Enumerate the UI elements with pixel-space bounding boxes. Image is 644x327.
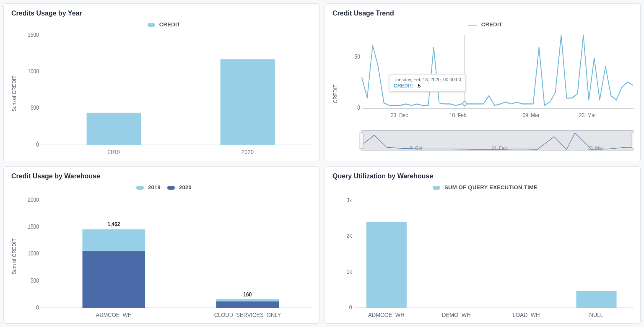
- bar-total-label: 160: [243, 291, 252, 298]
- range-handle-left[interactable]: [359, 133, 364, 148]
- legend-label-2020: 2020: [179, 184, 192, 191]
- legend[interactable]: 2019 2020: [10, 183, 312, 193]
- x-cat: LOAD_WH: [513, 311, 540, 318]
- chart-query-utilization[interactable]: SUM OF QUERY EXECUTION TIME 0 1k 2k 3k: [332, 183, 634, 320]
- x-tick: 10. Feb: [449, 112, 467, 118]
- legend[interactable]: CREDIT: [332, 20, 634, 30]
- chart-credits-by-year[interactable]: CREDIT Sum of CREDIT 0 500 1000 1500: [10, 20, 312, 157]
- chart-credit-by-warehouse[interactable]: 2019 2020 Sum of CREDIT 0 500 1000 1500 …: [10, 183, 312, 320]
- bar-2020[interactable]: [221, 59, 275, 145]
- bar-cloud-2020[interactable]: [216, 301, 279, 307]
- y-tick: 1500: [28, 31, 39, 38]
- y-tick: 2k: [347, 232, 352, 239]
- y-tick: 0: [349, 304, 352, 310]
- hover-point-marker: [463, 101, 466, 105]
- y-axis-label: Sum of CREDIT: [10, 30, 18, 157]
- y-tick: 2000: [28, 196, 39, 203]
- panel-title: Query Utilization by Warehouse: [332, 173, 634, 180]
- legend-label-credit: CREDIT: [159, 21, 180, 28]
- x-tick: 09. Mar: [522, 112, 540, 118]
- panel-credit-usage-trend: Credit Usage Trend CREDIT CREDIT 0 50: [325, 3, 641, 161]
- range-handle-right[interactable]: [632, 133, 634, 148]
- y-tick: 0: [36, 304, 39, 310]
- legend-swatch-2019: [136, 186, 144, 190]
- y-axis-label: Sum of CREDIT: [10, 193, 18, 320]
- range-tick: 23. Mar: [587, 145, 603, 151]
- chart-credit-trend[interactable]: CREDIT CREDIT 0 50 23. Dec: [332, 20, 634, 157]
- x-tick: 23. Dec: [391, 112, 408, 118]
- range-tick: 24. Feb: [491, 145, 507, 151]
- y-tick: 500: [31, 277, 39, 283]
- y-tick: 1k: [347, 268, 352, 275]
- legend-label: SUM OF QUERY EXECUTION TIME: [444, 184, 538, 191]
- x-cat: NULL: [589, 311, 603, 318]
- x-cat: 2019: [108, 149, 120, 156]
- panel-credits-usage-by-year: Credits Usage by Year CREDIT Sum of CRED…: [3, 3, 319, 161]
- bar-chart-svg: 0 500 1000 1500 2019 2020: [20, 30, 312, 157]
- legend-line-swatch: [468, 25, 477, 26]
- y-tick: 3k: [347, 197, 352, 203]
- x-cat: DEMO_WH: [442, 311, 471, 318]
- legend-label-credit: CREDIT: [481, 21, 502, 28]
- line-chart-svg: 0 50 23. Dec 10. Feb 09. Mar 23. Mar: [341, 30, 634, 157]
- x-cat: CLOUD_SERVICES_ONLY: [214, 311, 281, 318]
- x-cat: ADMCOE_WH: [96, 311, 132, 318]
- range-tick: 7. Oct: [410, 145, 423, 151]
- y-tick: 0: [36, 141, 39, 148]
- panel-title: Credit Usage by Warehouse: [11, 173, 312, 180]
- bar-admcoe-2020[interactable]: [83, 250, 145, 307]
- x-cat: ADMCOE_WH: [368, 311, 405, 318]
- y-tick: 1000: [28, 68, 39, 75]
- y-tick: 500: [31, 104, 39, 111]
- trend-line[interactable]: [362, 35, 633, 106]
- bar-admcoe-2019[interactable]: [83, 229, 145, 250]
- y-axis-label: CREDIT: [332, 30, 339, 157]
- dashboard-grid: Credits Usage by Year CREDIT Sum of CRED…: [0, 0, 644, 327]
- legend-swatch: [433, 186, 440, 190]
- y-tick: 0: [357, 104, 360, 111]
- bar-total-label: 1,462: [107, 221, 120, 227]
- bar-2019[interactable]: [87, 113, 141, 145]
- y-tick: 1000: [28, 250, 39, 257]
- bar-null[interactable]: [576, 291, 616, 308]
- legend[interactable]: CREDIT: [10, 20, 312, 30]
- x-tick: 23. Mar: [579, 112, 596, 118]
- y-tick: 1500: [28, 223, 39, 230]
- panel-query-utilization-by-warehouse: Query Utilization by Warehouse SUM OF QU…: [325, 166, 641, 324]
- legend-swatch-credit: [148, 23, 155, 27]
- panel-credit-usage-by-warehouse: Credit Usage by Warehouse 2019 2020 Sum …: [3, 166, 319, 324]
- panel-title: Credit Usage Trend: [332, 10, 634, 17]
- x-cat: 2020: [242, 149, 254, 156]
- bar-admcoe[interactable]: [366, 221, 407, 307]
- legend[interactable]: SUM OF QUERY EXECUTION TIME: [332, 183, 634, 193]
- stacked-bar-svg: 0 500 1000 1500 2000 1,462 160: [20, 193, 312, 320]
- legend-label-2019: 2019: [148, 184, 161, 191]
- bar-cloud-2019[interactable]: [216, 299, 279, 301]
- y-tick: 50: [355, 53, 360, 60]
- panel-title: Credits Usage by Year: [11, 10, 312, 17]
- legend-swatch-2020: [167, 186, 175, 190]
- bar-chart-svg: 0 1k 2k 3k ADMCOE_WH DEMO_WH LOAD_WH N: [337, 193, 634, 320]
